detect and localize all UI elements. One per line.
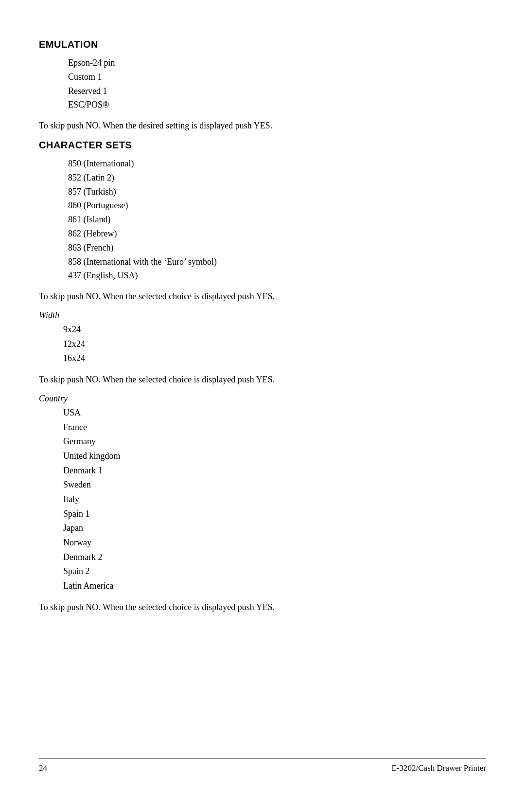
width-note: To skip push NO. When the selected choic… — [39, 373, 486, 387]
character-sets-heading: CHARACTER SETS — [39, 140, 486, 151]
width-item-0: 9x24 — [63, 323, 486, 337]
charset-item-0: 850 (International) — [68, 157, 486, 171]
emulation-heading: EMULATION — [39, 39, 486, 50]
emulation-item-3: ESC/POS® — [68, 98, 486, 112]
charset-item-8: 437 (English, USA) — [68, 269, 486, 283]
charset-item-3: 860 (Portuguese) — [68, 198, 486, 213]
width-item-1: 12x24 — [63, 337, 486, 352]
country-item-10: Denmark 2 — [63, 550, 486, 565]
width-label: Width — [39, 310, 486, 321]
emulation-note: To skip push NO. When the desired settin… — [39, 119, 486, 133]
charset-item-6: 863 (French) — [68, 241, 486, 255]
country-item-2: Germany — [63, 434, 486, 449]
country-item-5: Sweden — [63, 478, 486, 492]
character-sets-items: 850 (International) 852 (Latin 2) 857 (T… — [39, 157, 486, 283]
emulation-item-2: Reserved 1 — [68, 84, 486, 98]
charset-item-4: 861 (Island) — [68, 213, 486, 227]
footer-document-title: E-3202/Cash Drawer Printer — [391, 763, 486, 773]
country-item-11: Spain 2 — [63, 564, 486, 579]
country-item-9: Norway — [63, 536, 486, 550]
width-item-2: 16x24 — [63, 351, 486, 366]
emulation-item-1: Custom 1 — [68, 70, 486, 84]
country-label: Country — [39, 394, 486, 404]
country-item-0: USA — [63, 406, 486, 420]
charset-item-1: 852 (Latin 2) — [68, 171, 486, 185]
main-content: EMULATION Epson-24 pin Custom 1 Reserved… — [39, 29, 486, 748]
country-item-4: Denmark 1 — [63, 464, 486, 478]
footer-page-number: 24 — [39, 763, 47, 773]
country-item-1: France — [63, 420, 486, 435]
country-items: USA France Germany United kingdom Denmar… — [39, 406, 486, 594]
country-item-7: Spain 1 — [63, 507, 486, 522]
emulation-items: Epson-24 pin Custom 1 Reserved 1 ESC/POS… — [39, 56, 486, 112]
country-item-6: Italy — [63, 492, 486, 507]
charset-item-5: 862 (Hebrew) — [68, 227, 486, 241]
character-sets-note: To skip push NO. When the selected choic… — [39, 289, 486, 304]
charset-item-7: 858 (International with the ‘Euro’ symbo… — [68, 255, 486, 269]
emulation-item-0: Epson-24 pin — [68, 56, 486, 70]
country-note: To skip push NO. When the selected choic… — [39, 600, 486, 614]
footer: 24 E-3202/Cash Drawer Printer — [39, 758, 486, 773]
width-items: 9x24 12x24 16x24 — [39, 323, 486, 366]
country-item-12: Latin America — [63, 579, 486, 594]
country-item-3: United kingdom — [63, 449, 486, 464]
page: EMULATION Epson-24 pin Custom 1 Reserved… — [0, 0, 525, 812]
charset-item-2: 857 (Turkish) — [68, 185, 486, 199]
country-item-8: Japan — [63, 521, 486, 536]
